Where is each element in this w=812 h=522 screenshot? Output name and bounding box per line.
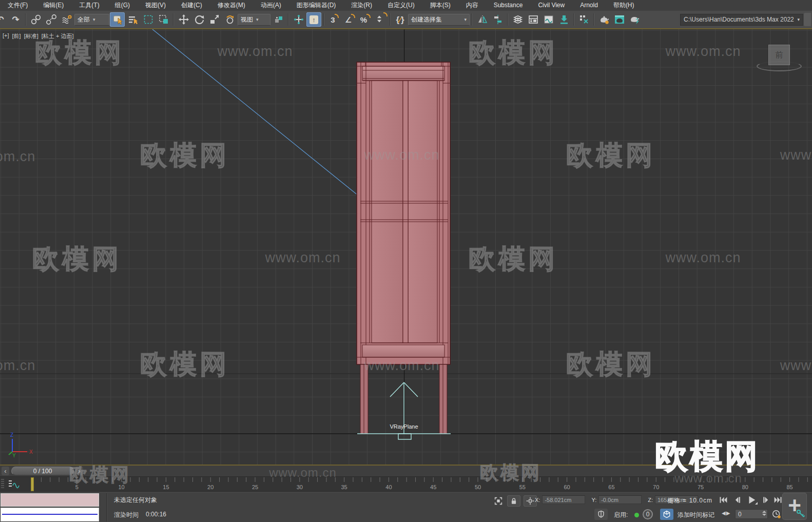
menu-item[interactable]: 组(G): [107, 0, 138, 11]
viewport-label-segment[interactable]: [粘土 + 边面]: [42, 32, 74, 40]
unlink-icon[interactable]: [44, 12, 59, 27]
viewport-label-segment[interactable]: [+]: [3, 32, 9, 40]
menu-item[interactable]: 动画(A): [253, 0, 289, 11]
rendered-frame-window-button[interactable]: [612, 12, 627, 27]
svg-text:25: 25: [252, 484, 258, 490]
time-slider-handle[interactable]: 0 / 100: [11, 467, 74, 475]
menu-item[interactable]: 渲染(R): [343, 0, 380, 11]
percent-snap-toggle[interactable]: %: [357, 12, 372, 27]
set-key-button[interactable]: +: [782, 493, 807, 520]
select-and-manipulate-button[interactable]: [291, 12, 306, 27]
key-mode-toggle[interactable]: ◀▶: [722, 510, 730, 516]
next-frame-button[interactable]: [760, 494, 772, 506]
menu-item[interactable]: 视图(V): [138, 0, 173, 11]
viewcube[interactable]: 前: [764, 44, 794, 76]
time-configuration-icon[interactable]: [770, 509, 783, 520]
svg-text:80: 80: [742, 484, 748, 490]
toggle-ribbon-button[interactable]: [576, 12, 591, 27]
3dsmax-window: 文件(F)编辑(E)工具(T)组(G)视图(V)创建(C)修改器(M)动画(A)…: [0, 0, 812, 522]
vray-plane-helper[interactable]: [357, 382, 451, 439]
menu-item[interactable]: 帮助(H): [606, 0, 642, 11]
bind-to-spacewarp-icon[interactable]: [59, 12, 74, 27]
spinner-arrows-icon[interactable]: [762, 511, 766, 516]
clipped-toolbar-button[interactable]: [804, 13, 811, 26]
current-frame-field[interactable]: 0: [735, 509, 768, 519]
menu-item[interactable]: Arnold: [572, 0, 606, 11]
menu-item[interactable]: 创建(C): [173, 0, 210, 11]
play-button[interactable]: [744, 494, 759, 506]
select-and-scale-button[interactable]: [207, 12, 222, 27]
toggle-scene-explorer-button[interactable]: [510, 12, 525, 27]
menu-item[interactable]: Civil View: [530, 0, 572, 11]
track-bar[interactable]: 0510152025303540455055606570758085: [0, 477, 812, 492]
isolate-selection-icon[interactable]: [492, 495, 505, 507]
viewcube-front-face[interactable]: 前: [768, 45, 790, 65]
menu-item[interactable]: 工具(T): [71, 0, 107, 11]
menu-item[interactable]: 文件(F): [0, 0, 35, 11]
render-setup-button[interactable]: [596, 12, 611, 27]
window-crossing-toggle[interactable]: [156, 12, 171, 27]
previous-frame-button[interactable]: [731, 494, 744, 506]
curve-editor-button[interactable]: [541, 12, 556, 27]
rectangular-selection-region-button[interactable]: [141, 12, 156, 27]
render-production-button[interactable]: [627, 12, 642, 27]
svg-text:55: 55: [519, 484, 526, 490]
cube-icon[interactable]: [660, 509, 673, 520]
toggle-layer-explorer-button[interactable]: [526, 12, 540, 27]
svg-text:65: 65: [608, 484, 614, 490]
vray-plane-label: VRayPlane: [390, 423, 418, 430]
trackbar-ruler[interactable]: 0510152025303540455055606570758085: [0, 477, 812, 491]
select-object-button[interactable]: [110, 12, 125, 27]
edit-named-selection-sets-button[interactable]: {∕}: [393, 12, 408, 27]
previous-frame-arrow[interactable]: ‹: [2, 467, 9, 475]
time-slider-bar[interactable]: ‹ 0 / 100 ›: [0, 466, 812, 477]
menu-item[interactable]: 图形编辑器(D): [289, 0, 344, 11]
reference-coordinate-dropdown[interactable]: 视图▾: [238, 14, 270, 26]
named-selection-sets-dropdown[interactable]: 创建选择集▾: [408, 14, 470, 26]
main-toolbar: ↶ ↷ 全部▾ 视图▾ ↑ 3 ∠ % {∕} 创建选择集▾: [0, 11, 812, 28]
selection-filter-dropdown[interactable]: 全部▾: [74, 14, 109, 26]
select-and-rotate-button[interactable]: [191, 12, 206, 27]
use-pivot-center-button[interactable]: [271, 12, 286, 27]
schematic-view-button[interactable]: [556, 12, 571, 27]
selection-lock-icon[interactable]: [507, 495, 520, 507]
menu-item[interactable]: 修改器(M): [210, 0, 253, 11]
y-coordinate-field[interactable]: -0.0cm: [598, 495, 642, 504]
x-coordinate-field[interactable]: -58.021cm: [542, 495, 585, 504]
macro-recorder-pane[interactable]: [1, 493, 99, 507]
menu-item[interactable]: Substance: [486, 0, 531, 11]
mirror-button[interactable]: [475, 12, 490, 27]
keyboard-shortcut-override-toggle[interactable]: ↑: [306, 12, 321, 27]
align-button[interactable]: [490, 12, 505, 27]
redo-icon[interactable]: ↷: [8, 12, 23, 27]
next-frame-arrow[interactable]: ›: [75, 467, 83, 475]
menu-item[interactable]: 自定义(U): [380, 0, 422, 11]
counter-badge[interactable]: 0: [643, 509, 653, 519]
viewport-label-segment[interactable]: [标准]: [24, 32, 38, 40]
select-and-move-button[interactable]: [176, 12, 191, 27]
add-time-tag-label[interactable]: 添加时间标记: [678, 511, 714, 519]
toolbar-separator: [573, 13, 574, 26]
menu-item[interactable]: 内容: [458, 0, 486, 11]
link-icon[interactable]: [28, 12, 43, 27]
axis-z-label: Z: [10, 432, 13, 438]
go-to-start-button[interactable]: [717, 494, 729, 506]
viewport-front[interactable]: VRayPlane X Z Y [+][前][标准][粘土 + 边面] 前: [0, 28, 812, 466]
project-folder-dropdown[interactable]: C:\Users\Han\Documents\3ds Max 2022▾: [680, 14, 803, 26]
angle-snap-toggle[interactable]: ∠: [342, 12, 357, 27]
menu-item[interactable]: 脚本(S): [422, 0, 458, 11]
svg-text:5: 5: [75, 484, 79, 490]
viewport-label-segment[interactable]: [前]: [12, 32, 21, 40]
svg-text:30: 30: [297, 484, 303, 490]
spinner-snap-toggle[interactable]: [373, 12, 388, 27]
select-by-name-button[interactable]: [125, 12, 140, 27]
current-frame-marker[interactable]: [31, 477, 34, 491]
snap-toggle-3d[interactable]: 3: [326, 12, 341, 27]
undo-icon[interactable]: ↶: [0, 12, 8, 27]
shield-icon[interactable]: [594, 509, 608, 520]
select-and-place-button[interactable]: [222, 12, 237, 27]
svg-text:35: 35: [341, 484, 347, 490]
status-bar: 未选定任何对象 渲染时间 0:00:16 X: -58.021cm Y: -0.…: [0, 492, 812, 522]
status-prompt: 未选定任何对象: [114, 496, 157, 505]
menu-item[interactable]: 编辑(E): [35, 0, 71, 11]
